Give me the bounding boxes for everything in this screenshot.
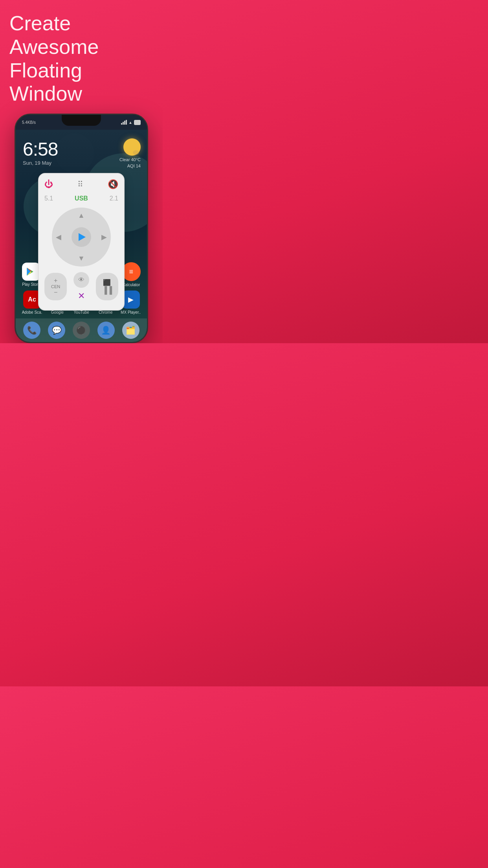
remote-source-row: 5.1 USB 2.1 bbox=[44, 195, 118, 202]
dpad-down[interactable]: ▼ bbox=[78, 254, 85, 263]
status-bar: 5.4KB/s ▲ 30 bbox=[16, 115, 147, 130]
phone-screen: 6:58 Sun, 19 May Clear 40°C AQI 14 ⏻ ⠿ 🔇 bbox=[16, 130, 147, 342]
youtube-label: YouTube bbox=[74, 310, 89, 314]
weather-widget: Clear 40°C AQI 14 bbox=[119, 138, 141, 168]
wifi-icon: ▲ bbox=[128, 120, 132, 125]
sound-button[interactable]: 🔇 bbox=[108, 179, 118, 189]
cen-control[interactable]: + CEN − bbox=[44, 273, 67, 300]
floating-remote[interactable]: ⏻ ⠿ 🔇 5.1 USB 2.1 ▲ ▼ ◀ ▶ bbox=[38, 173, 125, 311]
dock-bar: 📞 💬 ⚫ 👤 🗂️ bbox=[16, 318, 147, 342]
remote-bottom-controls: + CEN − 👁 ✕ ⬛ ▐▐ bbox=[44, 272, 118, 304]
phone-mockup: 5.4KB/s ▲ 30 6 bbox=[15, 114, 148, 343]
source-2-1[interactable]: 2.1 bbox=[110, 195, 118, 202]
plus-icon: + bbox=[54, 277, 57, 284]
signal-strength bbox=[121, 120, 127, 125]
close-button[interactable]: ✕ bbox=[78, 291, 85, 301]
bars-icon: ▐▐ bbox=[102, 286, 112, 294]
network-speed: 5.4KB/s bbox=[22, 120, 36, 125]
cen-label: CEN bbox=[51, 284, 60, 289]
stop-icon: ⬛ bbox=[103, 279, 111, 286]
app-play-store[interactable]: Play Store bbox=[22, 263, 40, 287]
dpad-right[interactable]: ▶ bbox=[101, 233, 107, 241]
hero-line2: Floating Window bbox=[9, 59, 153, 106]
weather-sun-icon bbox=[123, 138, 141, 156]
remote-top-row: ⏻ ⠿ 🔇 bbox=[44, 179, 118, 189]
google-label: Google bbox=[51, 310, 64, 314]
date: Sun, 19 May bbox=[23, 160, 58, 166]
eye-button[interactable]: 👁 bbox=[73, 272, 89, 288]
notch bbox=[62, 115, 101, 126]
source-usb[interactable]: USB bbox=[75, 195, 88, 202]
clock: 6:58 bbox=[23, 138, 58, 160]
battery-level: 30 bbox=[134, 120, 141, 125]
dpad[interactable]: ▲ ▼ ◀ ▶ bbox=[52, 208, 111, 267]
grid-button[interactable]: ⠿ bbox=[77, 180, 83, 189]
dpad-left[interactable]: ◀ bbox=[56, 233, 61, 241]
phone-frame: 5.4KB/s ▲ 30 6 bbox=[15, 114, 148, 343]
dock-phone[interactable]: 📞 bbox=[23, 322, 40, 339]
weather-condition: Clear 40°C bbox=[119, 157, 141, 162]
dock-messages[interactable]: 💬 bbox=[48, 322, 65, 339]
dock-files[interactable]: 🗂️ bbox=[122, 322, 139, 339]
time-section: 6:58 Sun, 19 May bbox=[23, 138, 58, 166]
calculator-label: Calculator bbox=[122, 283, 140, 287]
power-button[interactable]: ⏻ bbox=[44, 179, 53, 189]
dock-contacts[interactable]: 👤 bbox=[97, 322, 115, 339]
hero-line1: Create Awesome bbox=[9, 12, 153, 59]
dpad-up[interactable]: ▲ bbox=[78, 211, 85, 220]
weather-aqi: AQI 14 bbox=[119, 164, 141, 168]
play-store-icon bbox=[22, 263, 40, 281]
chrome-label: Chrome bbox=[99, 310, 113, 314]
status-icons: ▲ 30 bbox=[121, 120, 141, 125]
play-store-label: Play Store bbox=[22, 282, 40, 287]
play-icon bbox=[79, 233, 86, 241]
dpad-center-play[interactable] bbox=[72, 227, 91, 247]
source-5-1[interactable]: 5.1 bbox=[44, 195, 53, 202]
minus-icon: − bbox=[54, 289, 57, 296]
mx-player-label: MX Player.. bbox=[121, 310, 141, 314]
hero-text: Create Awesome Floating Window bbox=[0, 0, 163, 114]
adobe-label: Adobe Sca. bbox=[22, 310, 42, 314]
dock-camera[interactable]: ⚫ bbox=[73, 322, 90, 339]
media-control[interactable]: ⬛ ▐▐ bbox=[96, 273, 118, 300]
